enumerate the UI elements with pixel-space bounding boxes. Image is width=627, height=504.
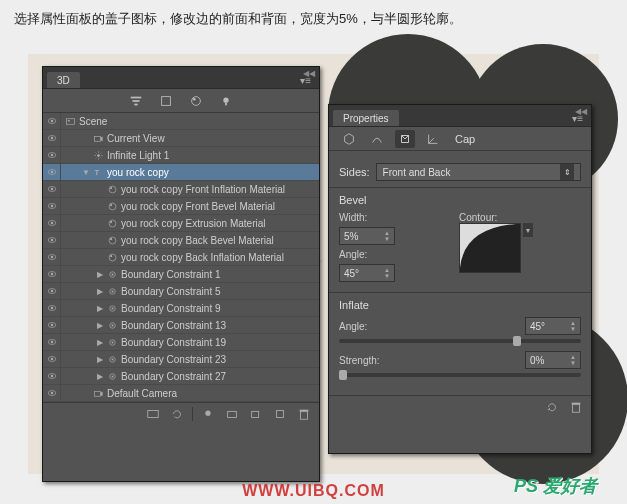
footer-render-icon[interactable] bbox=[144, 405, 162, 423]
twisty-icon[interactable]: ▶ bbox=[95, 321, 105, 330]
visibility-toggle[interactable] bbox=[43, 215, 61, 231]
visibility-toggle[interactable] bbox=[43, 351, 61, 367]
scene-item-row[interactable]: ▶Boundary Constraint 23 bbox=[43, 351, 319, 368]
svg-point-31 bbox=[109, 220, 116, 227]
scene-item-row[interactable]: ▼Tyou rock copy bbox=[43, 164, 319, 181]
svg-rect-74 bbox=[228, 411, 237, 417]
strength-slider[interactable] bbox=[339, 373, 581, 377]
scene-item-row[interactable]: Default Camera bbox=[43, 385, 319, 402]
collapse-icon[interactable]: ◀◀ bbox=[303, 69, 315, 78]
slider-thumb[interactable] bbox=[513, 336, 521, 346]
sides-dropdown[interactable]: Front and Back ⇕ bbox=[376, 163, 581, 181]
scene-item-row[interactable]: you rock copy Extrusion Material bbox=[43, 215, 319, 232]
visibility-toggle[interactable] bbox=[43, 283, 61, 299]
reset-icon[interactable] bbox=[543, 398, 561, 416]
constraint-icon bbox=[105, 269, 119, 280]
footer-add-icon[interactable] bbox=[247, 405, 265, 423]
svg-rect-79 bbox=[573, 404, 580, 412]
inflate-angle-slider[interactable] bbox=[339, 339, 581, 343]
inflate-section-title: Inflate bbox=[339, 299, 581, 311]
twisty-icon[interactable]: ▶ bbox=[95, 355, 105, 364]
scene-item-row[interactable]: ▶Boundary Constraint 19 bbox=[43, 334, 319, 351]
svg-point-68 bbox=[111, 375, 113, 377]
strength-field[interactable]: 0% ▲▼ bbox=[525, 351, 581, 369]
constraint-icon bbox=[105, 320, 119, 331]
scene-item-row[interactable]: you rock copy Back Bevel Material bbox=[43, 232, 319, 249]
visibility-toggle[interactable] bbox=[43, 334, 61, 350]
properties-body: Sides: Front and Back ⇕ Bevel Width: 5% … bbox=[329, 151, 591, 395]
visibility-toggle[interactable] bbox=[43, 368, 61, 384]
spinner-icon[interactable]: ▲▼ bbox=[384, 230, 390, 242]
svg-rect-78 bbox=[300, 409, 309, 411]
svg-point-23 bbox=[109, 186, 116, 193]
visibility-toggle[interactable] bbox=[43, 232, 61, 248]
twisty-icon[interactable]: ▶ bbox=[95, 338, 105, 347]
visibility-toggle[interactable] bbox=[43, 300, 61, 316]
spinner-icon[interactable]: ▲▼ bbox=[384, 267, 390, 279]
visibility-toggle[interactable] bbox=[43, 181, 61, 197]
scene-item-row[interactable]: ▶Boundary Constraint 27 bbox=[43, 368, 319, 385]
contour-preview[interactable] bbox=[459, 223, 521, 273]
scene-item-row[interactable]: you rock copy Front Bevel Material bbox=[43, 198, 319, 215]
svg-point-19 bbox=[50, 171, 53, 174]
contour-dropdown-icon[interactable]: ▼ bbox=[523, 223, 533, 237]
separator bbox=[192, 407, 193, 421]
scene-item-row[interactable]: ▶Boundary Constraint 13 bbox=[43, 317, 319, 334]
svg-rect-80 bbox=[572, 402, 581, 404]
coords-tab-icon[interactable] bbox=[423, 130, 443, 148]
footer-trash-icon[interactable] bbox=[295, 405, 313, 423]
footer-refresh-icon[interactable] bbox=[168, 405, 186, 423]
item-label: you rock copy Extrusion Material bbox=[119, 218, 266, 229]
spinner-icon[interactable]: ▲▼ bbox=[570, 354, 576, 366]
scene-item-row[interactable]: ▶Boundary Constraint 1 bbox=[43, 266, 319, 283]
filter-mesh-icon[interactable] bbox=[156, 92, 176, 110]
filter-all-icon[interactable] bbox=[126, 92, 146, 110]
visibility-toggle[interactable] bbox=[43, 164, 61, 180]
visibility-toggle[interactable] bbox=[43, 147, 61, 163]
deform-tab-icon[interactable] bbox=[367, 130, 387, 148]
spinner-icon[interactable]: ▲▼ bbox=[570, 320, 576, 332]
tab-3d[interactable]: 3D bbox=[47, 72, 80, 88]
svg-point-60 bbox=[111, 341, 113, 343]
collapse-icon[interactable]: ◀◀ bbox=[575, 107, 587, 116]
svg-point-9 bbox=[50, 120, 53, 123]
scene-item-row[interactable]: ▶Boundary Constraint 5 bbox=[43, 283, 319, 300]
twisty-icon[interactable]: ▼ bbox=[81, 168, 91, 177]
tab-properties[interactable]: Properties bbox=[333, 110, 399, 126]
svg-point-52 bbox=[111, 307, 113, 309]
visibility-toggle[interactable] bbox=[43, 266, 61, 282]
visibility-toggle[interactable] bbox=[43, 249, 61, 265]
trash-icon[interactable] bbox=[567, 398, 585, 416]
item-label: Boundary Constraint 27 bbox=[119, 371, 226, 382]
twisty-icon[interactable]: ▶ bbox=[95, 304, 105, 313]
scene-item-row[interactable]: Infinite Light 1 bbox=[43, 147, 319, 164]
slider-thumb[interactable] bbox=[339, 370, 347, 380]
scene-item-row[interactable]: you rock copy Back Inflation Material bbox=[43, 249, 319, 266]
scene-item-row[interactable]: Current View bbox=[43, 130, 319, 147]
item-label: you rock copy Front Inflation Material bbox=[119, 184, 285, 195]
footer-new-icon[interactable] bbox=[271, 405, 289, 423]
svg-point-38 bbox=[50, 256, 53, 259]
inflate-angle-field[interactable]: 45° ▲▼ bbox=[525, 317, 581, 335]
visibility-toggle[interactable] bbox=[43, 130, 61, 146]
footer-camera-icon[interactable] bbox=[223, 405, 241, 423]
visibility-toggle[interactable] bbox=[43, 317, 61, 333]
width-field[interactable]: 5% ▲▼ bbox=[339, 227, 395, 245]
scene-item-row[interactable]: ▶Boundary Constraint 9 bbox=[43, 300, 319, 317]
filter-material-icon[interactable] bbox=[186, 92, 206, 110]
footer-light-icon[interactable] bbox=[199, 405, 217, 423]
visibility-toggle[interactable] bbox=[43, 113, 61, 129]
filter-light-icon[interactable] bbox=[216, 92, 236, 110]
scene-root-row[interactable]: Scene bbox=[43, 113, 319, 130]
visibility-toggle[interactable] bbox=[43, 198, 61, 214]
mesh-tab-icon[interactable] bbox=[339, 130, 359, 148]
twisty-icon[interactable]: ▶ bbox=[95, 287, 105, 296]
twisty-icon[interactable]: ▶ bbox=[95, 270, 105, 279]
cap-tab-icon[interactable] bbox=[395, 130, 415, 148]
scene-item-row[interactable]: you rock copy Front Inflation Material bbox=[43, 181, 319, 198]
item-label: Infinite Light 1 bbox=[105, 150, 169, 161]
bevel-angle-field[interactable]: 45° ▲▼ bbox=[339, 264, 395, 282]
svg-point-34 bbox=[50, 239, 53, 242]
visibility-toggle[interactable] bbox=[43, 385, 61, 401]
twisty-icon[interactable]: ▶ bbox=[95, 372, 105, 381]
